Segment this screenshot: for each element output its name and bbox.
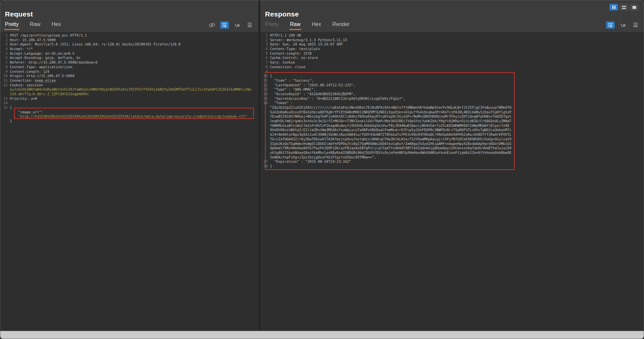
code-line: 9Content-Length: 124 <box>2 70 258 74</box>
maximize-layout-icon <box>632 6 636 9</box>
code-line: "http://%31%36%39%2e%32%35%34%2e%31%36%3… <box>2 114 258 119</box>
code-line: 11Connection: keep-alive <box>2 78 258 83</box>
word-wrap-icon <box>222 23 227 27</box>
request-title: Request <box>5 10 33 18</box>
response-editor[interactable]: 1HTTP/1.1 200 OK2Server: Werkzeug/3.1.3 … <box>260 32 644 332</box>
request-tab-raw[interactable]: Raw <box>29 20 41 30</box>
line-number: 7 <box>2 60 8 65</box>
request-panel: Request Pretty Raw Hex <box>0 0 258 332</box>
rows-layout-icon <box>622 6 626 9</box>
request-tab-pretty[interactable]: Pretty <box>4 20 19 30</box>
request-editor[interactable]: 1POST /api/profile/upload_pic HTTP/1.12H… <box>0 32 258 332</box>
line-number: 12 <box>262 83 268 88</box>
line-number: 11 <box>262 78 268 83</box>
code-line: 1POST /api/profile/upload_pic HTTP/1.1 <box>2 33 258 38</box>
code-line: 7Referer: http://15.206.47.5:5000/dashbo… <box>2 60 258 65</box>
line-number: 18 <box>262 164 268 169</box>
code-line: InO.aKrT7g.K-dOrc-Z_ZZFt3HlEZdugpHbRVc <box>2 92 258 97</box>
response-tab-hex[interactable]: Hex <box>311 20 322 30</box>
line-number: 7 <box>262 60 268 65</box>
columns-layout-icon <box>612 6 613 9</box>
code-line: 1HTTP/1.1 200 OK <box>262 33 644 38</box>
line-number: 8 <box>2 65 8 70</box>
code-line: 11 "Code" : "Success", <box>262 78 644 83</box>
code-line: 6Cache-Control: no-store <box>262 56 644 60</box>
line-number: 6 <box>262 56 268 60</box>
request-tab-hex[interactable]: Hex <box>51 20 62 30</box>
code-line: uUfg861fSkyhNhayQ9xsYkkMhxlpsRByRoAIOBDU… <box>262 151 644 155</box>
response-tab-render[interactable]: Render <box>332 20 350 30</box>
code-line: 14 "AccessKeyId" : "ASIA4A3BVGI36XGZBOFM… <box>262 92 644 97</box>
code-line: leq6tDLfmKjrqeKx3vtAs3c3e2S/fZ+MU18++T3N… <box>262 119 644 124</box>
line-number: 8 <box>262 65 268 70</box>
show-newlines-toggle-button[interactable]: \n <box>619 21 627 29</box>
hamburger-menu-icon: ☰ <box>633 22 638 28</box>
newline-icon: \n <box>620 23 626 28</box>
line-number: 14 <box>2 101 8 105</box>
layout-controls <box>609 4 638 11</box>
show-newlines-toggle-button[interactable]: \n <box>233 21 241 29</box>
code-line: eyJsb2dnZWRfaW4iOnRydWUsInVzZXJfaWQiOiJm… <box>2 87 258 92</box>
eye-slash-icon <box>209 22 215 28</box>
code-line: 10Origin: http://15.206.47.5:5000 <box>2 74 258 78</box>
code-line: 3Date: Sun, 24 Aug 2025 13:26:07 GMT <box>262 42 644 47</box>
response-tab-raw[interactable]: Raw <box>289 20 301 30</box>
response-menu-button[interactable]: ☰ <box>631 21 640 29</box>
response-tabs: Pretty Raw Hex Render <box>264 20 350 30</box>
line-number: 13 <box>262 87 268 92</box>
line-number: 16 <box>262 101 268 105</box>
code-line: 17 "Expiration" : "2025-08-24T19:13:16Z" <box>262 159 644 164</box>
response-panel: Response Pretty Raw Hex Render \n <box>260 0 644 332</box>
request-menu-button[interactable]: ☰ <box>245 21 254 29</box>
line-number: 11 <box>2 78 8 83</box>
code-line: 4Content-Type: text/plain <box>262 47 644 51</box>
code-line: "image_url": <box>2 110 258 115</box>
response-title: Response <box>265 10 299 18</box>
code-line: 3User-Agent: Mozilla/5.0 (X11; Linux x86… <box>2 42 258 47</box>
line-number: 9 <box>2 70 8 74</box>
code-line: 9 <box>262 70 644 74</box>
repeater-message-window: Request Pretty Raw Hex <box>0 0 644 339</box>
line-number: 4 <box>262 47 268 51</box>
line-number: 2 <box>2 38 8 42</box>
code-line: 13 "Type" : "AWS-HMAC", <box>262 87 644 92</box>
code-line: TGcsZzPdQA432/r6yZ6wTD6zwV1TAZKfmzjtpUvu… <box>262 137 644 142</box>
response-tab-pretty[interactable]: Pretty <box>264 20 280 30</box>
word-wrap-toggle-button[interactable] <box>220 21 229 29</box>
line-number: 3 <box>262 42 268 47</box>
line-number: 17 <box>262 159 268 164</box>
code-line: 15 "SecretAccessKey" : "D+ABZ2218RCI31+p… <box>262 97 644 101</box>
code-line: 12Cookie: session= <box>2 83 258 88</box>
code-line: 15{ <box>2 105 258 110</box>
maximize-layout-button[interactable] <box>630 4 638 11</box>
line-number: 4 <box>2 47 8 51</box>
code-line: Suk3oHa8ovQixoXtBaIeOeia88TKgKrYFCEYQABo… <box>262 110 644 115</box>
code-line: 14 <box>2 101 258 105</box>
code-line: fAN6MLbsaBfsiWzCfm2xFn9GTzP1kagdRuAeyfiV… <box>262 124 644 128</box>
line-number: 13 <box>2 97 8 101</box>
code-line: 8Connection: close <box>262 65 644 70</box>
line-number: 1 <box>262 33 268 38</box>
code-line: 2Host: 15.206.47.5:5000 <box>2 38 258 42</box>
line-number: 10 <box>262 74 268 78</box>
code-line: 10{ <box>262 74 644 78</box>
hamburger-menu-icon: ☰ <box>247 22 252 28</box>
code-line: 9VeEhO6oihBOtpI/EIllmZBxtWq3M5A6xYxuWgcy… <box>262 128 644 132</box>
code-line: fEzwBIZ416V/N6kaj+N5oibg7b4Fjx6OhCKCln8d… <box>262 114 644 119</box>
line-number: 5 <box>2 51 8 56</box>
hide-nonprintable-eye-icon[interactable] <box>208 21 216 29</box>
line-number: 3 <box>2 42 8 47</box>
response-toolbar: \n ☰ <box>606 21 640 29</box>
code-line: } <box>2 119 258 124</box>
code-line: 4Accept: */* <box>2 47 258 51</box>
rows-layout-button[interactable] <box>620 4 628 11</box>
word-wrap-toggle-button[interactable] <box>606 21 615 29</box>
code-line: 5Content-Length: 1578 <box>262 51 644 56</box>
code-line: 7Vary: Cookie <box>262 60 644 65</box>
window-bottom-edge <box>0 331 644 339</box>
line-number: 1 <box>2 33 8 38</box>
columns-layout-button[interactable] <box>609 4 618 11</box>
code-line: kJ4+9m4UtatNgs3q93c1odt398Nj5GUWciKwzkNA… <box>262 132 644 137</box>
word-wrap-icon <box>608 23 613 27</box>
request-tabs: Pretty Raw Hex <box>4 20 62 30</box>
